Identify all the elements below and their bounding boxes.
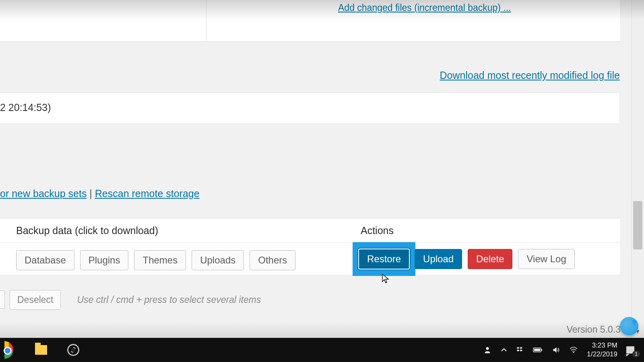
others-button[interactable]: Others xyxy=(250,250,295,270)
themes-button[interactable]: Themes xyxy=(134,250,186,270)
dropbox-tray-icon[interactable] xyxy=(516,346,524,354)
timestamp-panel: 2 20:14:53) xyxy=(0,93,620,124)
vertical-scrollbar[interactable]: ▼ xyxy=(631,0,644,338)
selection-hint: Use ctrl / cmd + press to select several… xyxy=(77,294,261,305)
view-log-button[interactable]: View Log xyxy=(518,249,574,269)
deselect-button[interactable]: Deselect xyxy=(10,290,61,310)
rescan-line: or new backup sets | Rescan remote stora… xyxy=(0,188,200,200)
action-buttons: Restore Upload Delete View Log xyxy=(353,243,575,275)
svg-rect-1 xyxy=(541,349,542,351)
database-button[interactable]: Database xyxy=(16,250,74,270)
plugins-button[interactable]: Plugins xyxy=(80,250,129,270)
svg-rect-2 xyxy=(534,349,540,351)
restore-button[interactable]: Restore xyxy=(358,249,410,269)
table-header: Backup data (click to download) Actions xyxy=(0,218,620,243)
top-panel: Add changed files (incremental backup) .… xyxy=(0,0,620,42)
rescan-remote-link[interactable]: Rescan remote storage xyxy=(95,188,200,199)
scrollbar-thumb[interactable] xyxy=(633,201,642,249)
delete-button[interactable]: Delete xyxy=(468,249,512,269)
file-explorer-taskbar-icon[interactable] xyxy=(32,345,50,355)
assistant-badge-icon[interactable] xyxy=(620,317,638,335)
tray-overflow-icon[interactable] xyxy=(501,347,507,353)
svg-point-3 xyxy=(573,352,574,353)
taskbar-time: 3:23 PM xyxy=(587,341,617,350)
select-all-stub[interactable] xyxy=(0,290,5,309)
volume-tray-icon[interactable] xyxy=(551,346,560,354)
uploads-button[interactable]: Uploads xyxy=(192,250,244,270)
backup-data-buttons: Database Plugins Themes Uploads Others xyxy=(16,250,295,270)
taskbar-date: 1/22/2019 xyxy=(587,350,617,359)
notification-count-badge: 1 xyxy=(632,351,640,357)
backup-table: Backup data (click to download) Actions … xyxy=(0,218,620,275)
header-backup-data: Backup data (click to download) xyxy=(16,225,158,237)
notifications-tray-icon[interactable]: 1 xyxy=(626,345,638,355)
wifi-tray-icon[interactable] xyxy=(569,346,578,354)
taskbar: 3:23 PM 1/22/2019 1 xyxy=(0,338,644,362)
people-tray-icon[interactable] xyxy=(483,346,492,354)
chrome-taskbar-icon[interactable] xyxy=(0,341,18,359)
version-label: Version 5.0.3 xyxy=(567,324,621,335)
battery-tray-icon[interactable] xyxy=(533,347,543,353)
bottom-shadow xyxy=(0,322,644,338)
separator: | xyxy=(87,188,95,199)
download-log-link[interactable]: Download most recently modified log file xyxy=(440,70,620,81)
vertical-separator xyxy=(206,0,206,42)
incremental-backup-link[interactable]: Add changed files (incremental backup) .… xyxy=(338,2,511,13)
restore-highlight: Restore xyxy=(353,242,415,276)
timestamp-fragment: 2 20:14:53) xyxy=(0,102,51,113)
rescan-new-link[interactable]: or new backup sets xyxy=(0,188,87,199)
upload-button[interactable]: Upload xyxy=(415,249,462,269)
taskbar-clock[interactable]: 3:23 PM 1/22/2019 xyxy=(587,341,617,359)
header-actions: Actions xyxy=(361,225,394,237)
obs-taskbar-icon[interactable] xyxy=(64,344,82,356)
selection-footer: Deselect Use ctrl / cmd + press to selec… xyxy=(0,288,620,311)
table-row: Database Plugins Themes Uploads Others R… xyxy=(0,243,620,275)
